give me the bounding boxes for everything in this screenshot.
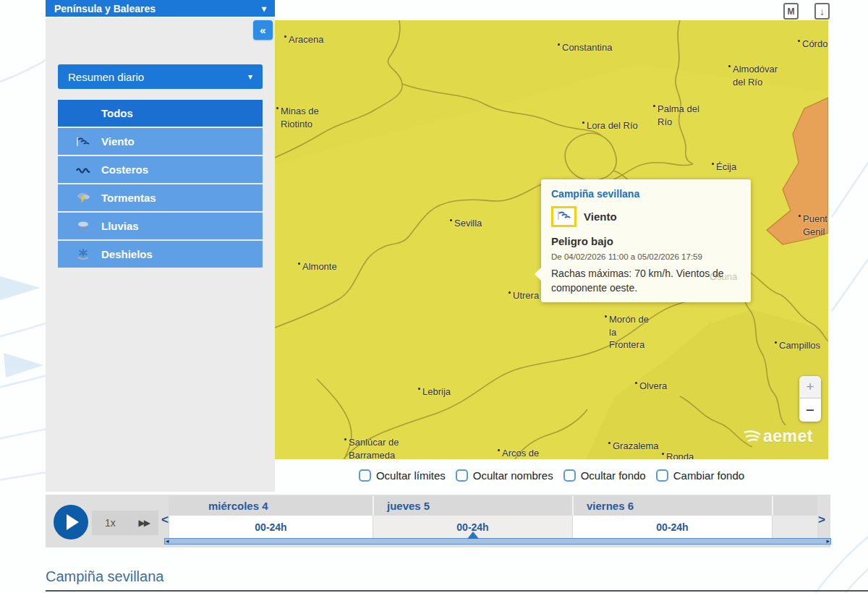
mode-dropdown-value: Resumen diario bbox=[68, 71, 144, 83]
filter-item-todos[interactable]: Todos bbox=[58, 100, 263, 127]
map-city-label: Almonte bbox=[302, 260, 337, 273]
map-city-label: Utrera bbox=[513, 289, 539, 302]
selected-zone-title: Campiña sevillana bbox=[46, 568, 163, 585]
map-city-label: Olvera bbox=[639, 380, 667, 393]
storm-icon bbox=[74, 192, 93, 204]
map-city-label: Lebrija bbox=[422, 385, 451, 398]
day-column-empty bbox=[772, 496, 817, 538]
ocultar-nombres-checkbox[interactable] bbox=[456, 469, 468, 482]
map-city-label: Campillos bbox=[779, 339, 820, 352]
option-label: Ocultar límites bbox=[376, 469, 446, 482]
zoom-out-button[interactable]: − bbox=[799, 398, 821, 421]
aemet-swirl-icon bbox=[741, 428, 763, 445]
day-header: jueves 5 bbox=[373, 496, 572, 516]
tooltip-description: Rachas máximas: 70 km/h. Vientos de comp… bbox=[551, 266, 725, 296]
timeline-bar: 1x ▶▶ < miércoles 4 00-24h jueves 5 00-2… bbox=[46, 495, 830, 547]
day-slot[interactable]: 00-24h bbox=[572, 516, 772, 538]
chevron-down-icon: ▾ bbox=[248, 72, 252, 82]
chevron-down-icon: ▾ bbox=[262, 4, 266, 14]
day-column-miercoles-4: miércoles 4 00-24h bbox=[169, 496, 373, 538]
day-column-viernes-6: viernes 6 00-24h bbox=[572, 496, 772, 538]
filter-item-viento[interactable]: Viento bbox=[58, 128, 263, 155]
map-city-label: Lora del Río bbox=[587, 119, 638, 132]
option-label: Ocultar fondo bbox=[581, 469, 646, 482]
tooltip-period: De 04/02/2026 11:00 a 05/02/2026 17:59 bbox=[551, 252, 741, 261]
day-header: viernes 6 bbox=[572, 496, 772, 516]
wind-icon bbox=[556, 210, 572, 224]
thaw-icon bbox=[74, 248, 93, 260]
timeline-prev-button[interactable]: < bbox=[161, 513, 169, 527]
filter-label: Tormentas bbox=[101, 192, 156, 204]
map-options-row: Ocultar límites Ocultar nombres Ocultar … bbox=[275, 466, 828, 485]
day-header: miércoles 4 bbox=[169, 496, 373, 516]
play-icon bbox=[67, 514, 79, 530]
speed-control[interactable]: 1x ▶▶ bbox=[92, 511, 158, 535]
filter-label: Viento bbox=[101, 135, 135, 148]
footer-divider bbox=[46, 590, 868, 592]
map-document-icon[interactable]: M bbox=[783, 3, 799, 20]
ocultar-limites-checkbox[interactable] bbox=[359, 469, 371, 482]
tooltip-arrow bbox=[535, 268, 541, 281]
timeline-next-button[interactable]: > bbox=[818, 513, 825, 527]
map-city-label: Grazalema bbox=[613, 440, 659, 453]
scrollbar-right-arrow[interactable]: ▸ bbox=[826, 537, 830, 545]
map-city-label: Ronda bbox=[666, 451, 694, 459]
zoom-in-button[interactable]: + bbox=[799, 376, 821, 398]
download-icon[interactable]: ↓ bbox=[814, 3, 830, 20]
map-city-label: Sanlúcar de Barrameda bbox=[349, 436, 399, 459]
filter-label: Deshielos bbox=[101, 248, 153, 260]
map-city-label: Puente Genil bbox=[803, 213, 828, 238]
map-city-label: Almodóvar del Río bbox=[733, 63, 778, 88]
filter-item-lluvias[interactable]: Lluvias bbox=[58, 213, 263, 239]
map-city-label: Sevilla bbox=[454, 217, 482, 230]
map-city-label-faded: Osuna bbox=[710, 270, 737, 283]
map-city-label: Aracena bbox=[289, 33, 323, 46]
filter-item-tormentas[interactable]: Tormentas bbox=[58, 184, 263, 211]
option-ocultar-fondo: Ocultar fondo bbox=[563, 469, 646, 482]
filter-label: Costeros bbox=[101, 163, 148, 176]
sidebar-collapse-button[interactable]: « bbox=[253, 20, 273, 40]
scrollbar-left-arrow[interactable]: ◂ bbox=[166, 537, 169, 545]
filter-label: Lluvias bbox=[101, 220, 139, 232]
option-ocultar-limites: Ocultar límites bbox=[359, 469, 446, 482]
filter-item-costeros[interactable]: Costeros bbox=[58, 156, 263, 183]
warning-level-box bbox=[551, 206, 576, 227]
warning-filter-list: Todos Viento Costeros Tormentas bbox=[58, 100, 263, 269]
option-label: Cambiar fondo bbox=[673, 469, 744, 482]
filter-item-deshielos[interactable]: Deshielos bbox=[58, 241, 263, 268]
speed-value: 1x bbox=[105, 517, 116, 529]
map-city-label: Morón de la Frontera bbox=[609, 313, 649, 351]
timeline-days: miércoles 4 00-24h jueves 5 00-24h viern… bbox=[169, 496, 817, 538]
map-city-label: Constantina bbox=[562, 41, 612, 54]
tooltip-phenomenon: Viento bbox=[584, 210, 617, 223]
mode-dropdown[interactable]: Resumen diario ▾ bbox=[58, 64, 263, 89]
map-city-label: Minas de Riotinto bbox=[281, 105, 319, 130]
map-city-label: Córdoba bbox=[802, 38, 828, 51]
play-button[interactable] bbox=[54, 505, 88, 539]
wind-icon bbox=[74, 136, 93, 148]
filter-label: Todos bbox=[101, 107, 133, 119]
day-header bbox=[772, 496, 817, 516]
tooltip-level: Peligro bajo bbox=[551, 235, 741, 247]
region-dropdown[interactable]: Península y Baleares ▾ bbox=[46, 0, 275, 17]
tooltip-title: Campiña sevillana bbox=[551, 188, 741, 200]
map-zoom-control: + − bbox=[799, 376, 821, 422]
map-city-label: Écija bbox=[716, 161, 736, 174]
fast-forward-icon[interactable]: ▶▶ bbox=[139, 518, 149, 528]
option-cambiar-fondo: Cambiar fondo bbox=[656, 469, 744, 482]
rain-icon bbox=[74, 221, 93, 232]
warning-tooltip: Campiña sevillana Viento Peligro bajo De… bbox=[541, 179, 751, 302]
sidebar: « Resumen diario ▾ Todos Viento Costeros bbox=[46, 18, 275, 492]
page: M ↓ Península y Baleares ▾ « Resumen dia… bbox=[0, 0, 868, 593]
cambiar-fondo-checkbox[interactable] bbox=[656, 469, 668, 482]
aemet-logo: aemet bbox=[741, 427, 813, 446]
day-slot[interactable]: 00-24h bbox=[169, 516, 373, 538]
waves-icon bbox=[74, 164, 93, 176]
timeline-scrollbar[interactable]: ◂ ▸ bbox=[164, 538, 831, 545]
map-city-label: Arcos de bbox=[502, 447, 539, 459]
aemet-logo-text: aemet bbox=[763, 427, 813, 446]
warnings-map[interactable]: Aracena Constantina Córdoba Almodóvar de… bbox=[275, 20, 828, 459]
option-ocultar-nombres: Ocultar nombres bbox=[456, 469, 553, 482]
ocultar-fondo-checkbox[interactable] bbox=[563, 469, 576, 482]
map-city-label: Palma del Río bbox=[658, 103, 699, 128]
